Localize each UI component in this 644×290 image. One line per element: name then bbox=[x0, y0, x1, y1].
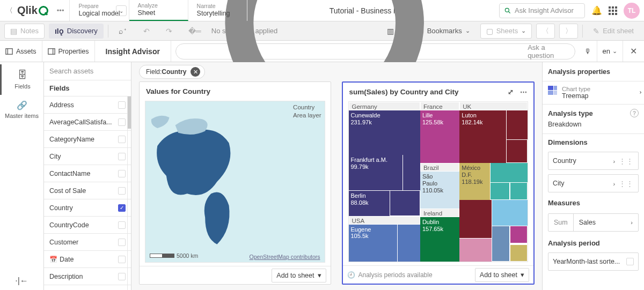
chevron-right-icon: ⌄ bbox=[636, 90, 643, 95]
treemap-cell[interactable] bbox=[510, 226, 528, 244]
analysis-type-value: Breakdown bbox=[543, 121, 644, 134]
selections-back-button[interactable]: ↶ bbox=[137, 24, 156, 39]
field-item[interactable]: Cost of Sale bbox=[44, 182, 131, 199]
checkbox[interactable] bbox=[118, 221, 126, 229]
treemap-cell[interactable] bbox=[510, 244, 528, 262]
fields-header: Fields bbox=[44, 80, 131, 96]
dimension-item[interactable]: Country › ⋮⋮ bbox=[548, 152, 639, 170]
assets-toggle[interactable]: Assets bbox=[0, 41, 42, 62]
treemap-cell[interactable]: Frankfurt a.M.99.79k bbox=[349, 155, 402, 190]
field-item[interactable]: ContactName bbox=[44, 165, 131, 182]
add-to-sheet-button[interactable]: Add to sheet▾ bbox=[475, 268, 529, 282]
treemap-cell[interactable]: Lille125.58k bbox=[420, 110, 459, 163]
treemap-cell[interactable] bbox=[510, 182, 528, 200]
nav-narrate[interactable]: Narrate Storytelling bbox=[188, 0, 247, 21]
checkbox[interactable] bbox=[118, 170, 126, 177]
field-item[interactable]: CountryCode bbox=[44, 217, 131, 234]
treemap-cell[interactable]: SãoPaulo110.05k bbox=[420, 172, 459, 209]
field-item[interactable]: Customer bbox=[44, 234, 131, 251]
treemap-cell[interactable] bbox=[459, 238, 492, 262]
legend-line-2: Area layer bbox=[293, 111, 321, 120]
treemap-cell[interactable] bbox=[397, 225, 420, 262]
nav-analyze[interactable]: Analyze Sheet bbox=[129, 0, 188, 21]
notifications-icon[interactable]: 🔔 bbox=[591, 5, 602, 16]
analysis-type-label: Analysis type bbox=[548, 109, 593, 117]
map-chart[interactable]: Country Area layer 5000 km OpenStreetMap… bbox=[145, 101, 325, 263]
dimension-item[interactable]: City › ⋮⋮ bbox=[548, 174, 639, 192]
field-chip[interactable]: Field:Country ✕ bbox=[139, 65, 205, 79]
microphone-icon[interactable]: 🎙 bbox=[580, 47, 597, 55]
checkbox[interactable] bbox=[118, 239, 126, 246]
checkbox[interactable]: ✓ bbox=[118, 204, 126, 212]
treemap-cell[interactable] bbox=[492, 200, 528, 226]
checkbox[interactable] bbox=[118, 118, 126, 126]
prev-sheet-button[interactable]: 〈 bbox=[536, 24, 555, 39]
app-launcher-icon[interactable] bbox=[609, 6, 617, 15]
field-item[interactable]: Country✓ bbox=[44, 199, 131, 217]
treemap-cell[interactable]: Luton182.14k bbox=[459, 110, 506, 163]
treemap-cell[interactable]: Eugene105.5k bbox=[349, 225, 397, 262]
drag-handle-icon[interactable]: ⋮⋮ bbox=[619, 180, 634, 188]
info-icon[interactable]: ? bbox=[630, 109, 639, 117]
app-menu-icon[interactable]: ••• bbox=[57, 6, 64, 14]
properties-toggle[interactable]: Properties bbox=[42, 41, 95, 62]
divider bbox=[582, 25, 583, 38]
treemap-cell[interactable] bbox=[402, 155, 420, 190]
fields-list[interactable]: Address AverageCallSatisfa... CategoryNa… bbox=[44, 96, 131, 290]
avatar[interactable]: TL bbox=[624, 3, 640, 19]
analysis-periods-note[interactable]: 🕘 Analysis periods available bbox=[347, 271, 433, 279]
treemap-cell[interactable] bbox=[506, 139, 528, 163]
field-item[interactable]: Description bbox=[44, 268, 131, 285]
treemap-cell[interactable] bbox=[506, 110, 528, 139]
field-item[interactable]: City bbox=[44, 148, 131, 165]
more-icon[interactable]: ⋯ bbox=[520, 88, 527, 96]
measure-item[interactable]: Sum Sales› bbox=[548, 213, 639, 232]
field-item[interactable]: CategoryName bbox=[44, 131, 131, 148]
checkbox[interactable] bbox=[118, 256, 126, 263]
treemap-cell[interactable]: Cunewalde231.97k bbox=[349, 110, 420, 155]
checkbox[interactable] bbox=[118, 153, 126, 160]
selections-forward-button[interactable]: ↷ bbox=[160, 24, 178, 39]
nav-prepare[interactable]: Prepare Logical model ⌄ bbox=[69, 0, 129, 21]
treemap-cell[interactable] bbox=[492, 226, 509, 262]
checkbox[interactable] bbox=[118, 136, 126, 143]
treemap-cell[interactable] bbox=[459, 200, 492, 239]
rail-fields[interactable]: 🗄 Fields bbox=[0, 64, 43, 95]
checkbox[interactable] bbox=[626, 258, 634, 265]
field-item[interactable]: 📅Date bbox=[44, 251, 131, 268]
smart-search-button[interactable]: ⌕⁺ bbox=[113, 24, 133, 39]
remove-chip-icon[interactable]: ✕ bbox=[191, 67, 200, 77]
add-to-sheet-button[interactable]: Add to sheet▾ bbox=[272, 269, 326, 282]
treemap-cell[interactable] bbox=[490, 163, 528, 182]
discovery-button[interactable]: ıIǫ Discovery bbox=[49, 24, 104, 39]
back-button[interactable]: 〈 bbox=[4, 6, 14, 16]
field-item[interactable]: AverageCallSatisfa... bbox=[44, 114, 131, 131]
drag-handle-icon[interactable]: ⋮⋮ bbox=[619, 158, 634, 165]
fields-search[interactable]: Search assets bbox=[44, 62, 131, 80]
map-attribution[interactable]: OpenStreetMap contributors bbox=[250, 254, 320, 260]
chart-type-row[interactable]: Chart type Treemap ⌄ bbox=[543, 81, 644, 105]
field-item[interactable]: Address bbox=[44, 96, 131, 114]
treemap-cell[interactable] bbox=[390, 190, 420, 216]
checkbox[interactable] bbox=[118, 273, 126, 280]
treemap-cell[interactable]: Dublin157.65k bbox=[420, 217, 459, 262]
notes-button[interactable]: ▤ Notes bbox=[4, 24, 45, 39]
close-button[interactable]: ✕ bbox=[623, 41, 644, 62]
treemap-cell[interactable]: México D.F.118.19k bbox=[459, 163, 490, 200]
collapse-rail-icon[interactable]: ·|← bbox=[11, 272, 33, 290]
checkbox[interactable] bbox=[118, 101, 126, 109]
treemap-cell[interactable] bbox=[490, 182, 510, 200]
fullscreen-icon[interactable]: ⤢ bbox=[508, 88, 514, 96]
question-input[interactable]: Ask a question bbox=[175, 43, 575, 60]
chevron-down-icon[interactable]: ⌄ bbox=[116, 5, 127, 16]
next-sheet-button[interactable]: 〉 bbox=[559, 24, 578, 39]
qlik-logo-icon bbox=[39, 6, 48, 16]
rail-master-items[interactable]: 🔗 Master items bbox=[0, 95, 43, 124]
treemap-chart[interactable]: Germany Cunewalde231.97k Frankfurt a.M.9… bbox=[348, 101, 529, 262]
checkbox[interactable] bbox=[118, 187, 126, 195]
edit-sheet-button[interactable]: ✎ Edit sheet bbox=[587, 24, 640, 39]
card-title: Values for Country bbox=[146, 87, 210, 95]
treemap-cell[interactable]: Berlin88.08k bbox=[349, 190, 390, 216]
language-selector[interactable]: en⌄ bbox=[597, 41, 623, 62]
analysis-period-item[interactable]: YearMonth-last sorte... bbox=[548, 252, 639, 271]
